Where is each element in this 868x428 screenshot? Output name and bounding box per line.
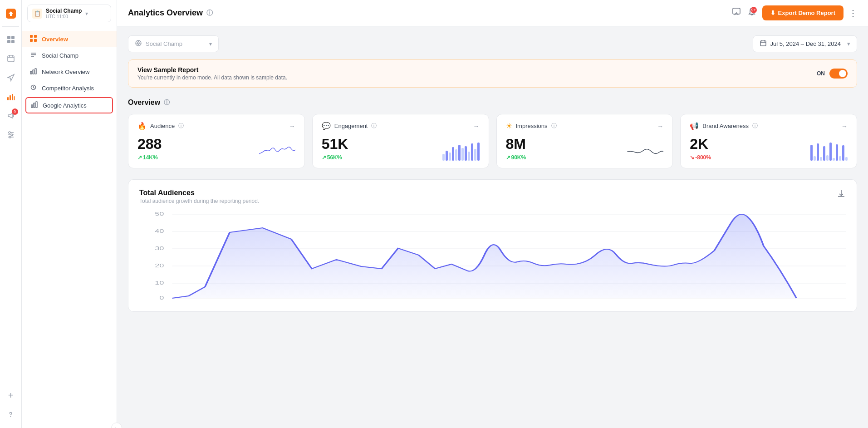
svg-rect-20 xyxy=(34,35,37,38)
date-range-filter[interactable]: Jul 5, 2024 – Dec 31, 2024 ▾ xyxy=(753,35,857,52)
social-champ-label: Social Champ xyxy=(42,52,78,59)
overview-icon xyxy=(29,35,37,43)
audience-card: 🔥 Audience ⓘ → 288 ↗ 14K% xyxy=(128,114,305,168)
svg-point-18 xyxy=(9,136,11,138)
analytics-icon[interactable] xyxy=(3,89,19,105)
social-champ-icon xyxy=(29,51,37,59)
svg-rect-31 xyxy=(34,103,35,108)
export-button[interactable]: ⬇ Export Demo Report xyxy=(762,5,843,20)
account-name: Social Champ xyxy=(46,8,82,14)
more-options-button[interactable]: ⋮ xyxy=(849,8,857,18)
svg-text:0: 0 xyxy=(159,295,164,300)
add-icon[interactable]: + xyxy=(3,387,19,403)
send-icon[interactable] xyxy=(3,69,19,86)
megaphone-icon[interactable]: 9 xyxy=(3,108,19,124)
metric-cards: 🔥 Audience ⓘ → 288 ↗ 14K% xyxy=(128,114,857,168)
bell-icon[interactable]: 9+ xyxy=(747,7,757,19)
brand-awareness-info-icon: ⓘ xyxy=(752,122,758,130)
demo-toggle[interactable] xyxy=(829,69,848,79)
engagement-up-icon: ↗ xyxy=(322,154,326,161)
chart-container: 50 40 30 20 10 0 November Fri 03 Nov 05 … xyxy=(139,210,846,302)
page-title-info-icon: ⓘ xyxy=(206,9,213,17)
topbar: Analytics Overview ⓘ 9+ ⬇ Export Demo xyxy=(117,0,868,26)
overview-label: Overview xyxy=(42,36,68,43)
engagement-label: Engagement xyxy=(334,123,368,129)
svg-rect-1 xyxy=(7,36,10,39)
account-icon: 📋 xyxy=(32,9,42,19)
engagement-mini-chart xyxy=(442,143,480,161)
svg-rect-27 xyxy=(33,70,34,74)
topbar-actions: 9+ ⬇ Export Demo Report ⋮ xyxy=(731,5,857,20)
chart-subtitle: Total audience growth during the reporti… xyxy=(139,198,259,204)
brand-down-icon: ↘ xyxy=(690,154,694,161)
svg-rect-26 xyxy=(30,71,32,74)
engagement-arrow-icon[interactable]: → xyxy=(473,123,480,130)
brand-awareness-value: 2K xyxy=(690,136,711,153)
audience-arrow-icon[interactable]: → xyxy=(289,123,295,130)
svg-text:20: 20 xyxy=(155,263,164,268)
page-title-text: Analytics Overview xyxy=(128,8,203,18)
svg-rect-3 xyxy=(7,40,10,43)
account-selector[interactable]: 📋 Social Champ UTC-11:00 ▾ xyxy=(27,5,111,22)
chart-download-button[interactable] xyxy=(837,189,846,200)
sidebar-item-google-analytics[interactable]: Google Analytics xyxy=(25,97,113,113)
sidebar-header: 📋 Social Champ UTC-11:00 ▾ xyxy=(22,0,117,27)
main-area: Analytics Overview ⓘ 9+ ⬇ Export Demo xyxy=(117,0,868,428)
brand-awareness-arrow-icon[interactable]: → xyxy=(841,123,848,130)
svg-rect-5 xyxy=(8,56,14,62)
impressions-value: 8M xyxy=(506,136,526,153)
equalizer-icon[interactable] xyxy=(3,127,19,143)
sidebar-nav: Overview Social Champ Network Overview xyxy=(22,27,117,428)
impressions-card: ☀ Impressions ⓘ → 8M ↗ 90K% xyxy=(496,114,673,168)
svg-text:40: 40 xyxy=(155,229,164,234)
network-icon xyxy=(29,68,37,76)
brand-awareness-change: ↘ -800% xyxy=(690,154,711,161)
export-icon: ⬇ xyxy=(770,10,775,16)
audience-value: 288 xyxy=(137,136,162,153)
area-chart-svg: 50 40 30 20 10 0 November Fri 03 Nov 05 … xyxy=(139,210,846,300)
google-analytics-label: Google Analytics xyxy=(43,102,87,109)
impressions-arrow-icon[interactable]: → xyxy=(657,123,663,130)
calendar-icon[interactable] xyxy=(3,50,19,67)
brand-filter-icon xyxy=(135,39,142,48)
total-audiences-chart: Total Audiences Total audience growth du… xyxy=(128,179,857,312)
grid-icon[interactable] xyxy=(3,31,19,48)
svg-point-16 xyxy=(9,132,10,133)
impressions-label: Impressions xyxy=(516,123,548,129)
logo-icon[interactable] xyxy=(3,5,19,22)
svg-rect-12 xyxy=(14,96,15,100)
brand-awareness-label: Brand Awareness xyxy=(702,123,749,129)
bell-badge: 9+ xyxy=(750,7,757,13)
notification-badge: 9 xyxy=(12,108,18,115)
account-chevron-icon: ▾ xyxy=(85,10,88,17)
brand-awareness-icon: 📢 xyxy=(690,122,699,130)
svg-text:50: 50 xyxy=(155,212,164,216)
calendar-filter-icon xyxy=(760,39,767,48)
impressions-mini-chart xyxy=(627,141,663,161)
audience-info-icon: ⓘ xyxy=(178,122,184,130)
brand-filter[interactable]: Social Champ ▾ xyxy=(128,35,219,52)
network-overview-label: Network Overview xyxy=(42,69,89,75)
competitor-analysis-label: Competitor Analysis xyxy=(42,85,94,92)
svg-rect-22 xyxy=(34,39,37,42)
audience-mini-chart xyxy=(259,141,295,161)
help-icon[interactable]: ? xyxy=(3,406,19,423)
sidebar-item-network-overview[interactable]: Network Overview xyxy=(22,64,117,80)
brand-filter-chevron: ▾ xyxy=(209,41,212,47)
date-range-label: Jul 5, 2024 – Dec 31, 2024 xyxy=(770,40,841,47)
engagement-change: ↗ 56K% xyxy=(322,154,348,161)
chart-title: Total Audiences xyxy=(139,189,259,197)
account-utc: UTC-11:00 xyxy=(46,14,82,19)
engagement-info-icon: ⓘ xyxy=(371,122,377,130)
compose-icon[interactable] xyxy=(731,7,741,19)
svg-rect-19 xyxy=(30,35,33,38)
demo-banner-title: View Sample Report xyxy=(137,66,287,74)
audience-change: ↗ 14K% xyxy=(137,154,162,161)
audience-label: Audience xyxy=(150,123,175,129)
sidebar-item-overview[interactable]: Overview xyxy=(22,31,117,47)
date-range-chevron: ▾ xyxy=(847,40,850,47)
brand-awareness-mini-chart xyxy=(810,143,848,161)
sidebar-item-social-champ[interactable]: Social Champ xyxy=(22,47,117,64)
sidebar-item-competitor-analysis[interactable]: Competitor Analysis xyxy=(22,80,117,96)
content-area: Social Champ ▾ Jul 5, 2024 – Dec 31, 202… xyxy=(117,26,868,428)
